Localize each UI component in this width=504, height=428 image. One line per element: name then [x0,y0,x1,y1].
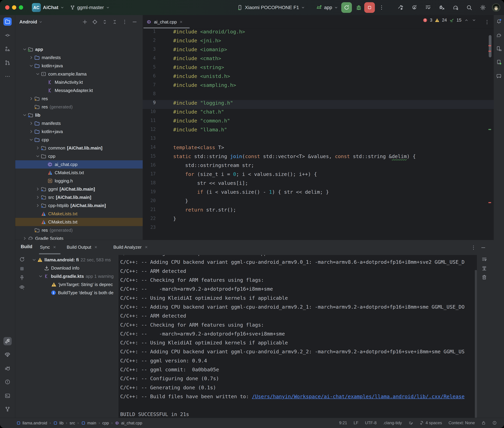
stop-button[interactable] [364,2,375,13]
project-view-selector[interactable]: Android [19,19,43,25]
re-sync-button[interactable] [19,256,25,262]
tree-item-manifests[interactable]: manifests [15,119,143,127]
chevron-right-icon[interactable] [28,55,34,60]
notifications-tool-button[interactable] [495,17,503,25]
tree-item-cmakelists-txt[interactable]: CMakeLists.txt [15,218,143,226]
file-encoding[interactable]: UTF-8 [365,420,376,425]
code-line-2[interactable]: 2#include <jni.h> [143,38,483,47]
code-line-20[interactable]: 20 } [143,198,483,207]
clang-tidy[interactable]: .clang-tidy [383,420,402,425]
console-scrollbar[interactable] [475,270,477,418]
close-tab-icon[interactable] [144,245,148,249]
code-line-6[interactable]: 6#include <unistd.h> [143,73,483,82]
close-window-button[interactable] [5,5,9,10]
tree-item-cpp[interactable]: cpp [15,136,143,144]
build-options-button[interactable] [470,245,476,251]
tree-item-manifests[interactable]: manifests [15,53,143,62]
code-line-19[interactable]: 19 if (i < values.size() - 1) { str << d… [143,189,483,198]
chevron-right-icon[interactable] [35,195,41,200]
tree-item-res[interactable]: res [15,95,143,103]
debug-button[interactable] [355,4,362,11]
zoom-window-button[interactable] [19,5,23,10]
build-tree-item[interactable]: 'jvmTarget: String' is deprec [51,280,113,288]
code-line-15[interactable]: 15static std::string join(const std::vec… [143,153,483,162]
ai-context[interactable]: Context: None [449,420,475,425]
tree-item-messageadapter-kt[interactable]: MessageAdapter.kt [15,86,143,95]
add-button[interactable] [82,19,88,25]
expand-all-button[interactable] [102,19,108,25]
breadcrumb-llama.android[interactable]: llama.android [16,421,47,425]
search-icon[interactable] [466,4,472,11]
code-line-14[interactable]: 14template<class T> [143,145,483,153]
close-tab-icon[interactable] [53,245,56,249]
code-line-4[interactable]: 4#include <cmath> [143,56,483,64]
chevron-down-icon[interactable] [35,154,41,159]
tree-item-com-example-llama[interactable]: com.example.llama [15,70,143,78]
tree-item-kotlin-java[interactable]: kotlin+java [15,127,143,136]
build-tool-button[interactable] [3,337,12,345]
filter-button[interactable] [19,284,25,290]
build-tab-build-output[interactable]: Build Output [66,240,98,254]
tree-item-app[interactable]: app [15,45,143,53]
ide-errors-icon[interactable] [492,421,497,425]
structure-tool-button[interactable] [3,45,12,53]
code-line-17[interactable]: 17 for (size_t i = 0; i < values.size();… [143,171,483,180]
close-tab-icon[interactable] [94,245,98,249]
soft-wrap-button[interactable] [481,256,487,262]
attach-debugger-icon[interactable] [439,4,445,11]
chevron-down-icon[interactable] [35,71,41,77]
code-changes-icon[interactable] [425,4,431,11]
tree-item-cmakelists-txt[interactable]: CMakeLists.txt [15,210,143,218]
code-line-16[interactable]: 16 std::ostringstream str; [143,162,483,171]
chevron-down-icon[interactable] [28,63,34,68]
code-line-1[interactable]: 1#include <android/log.h> [143,29,483,38]
chevron-right-icon[interactable] [35,203,41,208]
chevron-right-icon[interactable] [22,236,28,240]
chevron-right-icon[interactable] [35,187,41,192]
logcat-tool-button[interactable] [3,364,12,372]
code-line-11[interactable]: 11#include "common.h" [143,118,483,127]
app-quality-insights-tool-button[interactable] [3,351,12,359]
previous-problem-icon[interactable] [464,18,469,23]
close-tab-icon[interactable] [179,20,183,24]
minimize-window-button[interactable] [12,5,16,10]
version-control-tool-button[interactable] [3,405,12,413]
build-tab-sync[interactable]: Sync [39,240,57,254]
caret-position[interactable]: 9:21 [339,420,347,425]
tree-item-ai-chat-cpp[interactable]: ai_chat.cpp [15,160,143,169]
code-line-21[interactable]: 21 return str.str(); [143,207,483,216]
chevron-down-icon[interactable] [22,47,28,52]
chevron-down-icon[interactable] [28,137,34,142]
device-manager-tool-button[interactable] [495,45,503,53]
code-line-5[interactable]: 5#include <string> [143,64,483,73]
breadcrumb-cpp[interactable]: cpp [102,421,109,425]
editor-options-button[interactable] [484,19,490,25]
code-line-18[interactable]: 18 str << values[i]; [143,180,483,189]
scroll-to-end-button[interactable] [481,265,487,271]
project-tool-button[interactable] [3,17,12,26]
breadcrumb-main[interactable]: main [81,421,96,425]
breadcrumb-ai_chat.cpp[interactable]: ai_chat.cpp [115,421,142,425]
locate-button[interactable] [92,19,98,25]
code-line-22[interactable]: 22} [143,216,483,225]
build-tree-item[interactable]: BuildType 'debug' is both de [51,288,113,297]
collapse-all-button[interactable] [112,19,118,25]
editor-scrollbar[interactable] [489,35,491,57]
gradle-sync-icon[interactable] [452,4,459,11]
tree-item-cmakelists-txt[interactable]: CMakeLists.txt [15,169,143,177]
user-avatar[interactable] [491,3,501,12]
pin-button[interactable] [19,275,25,281]
code-line-7[interactable]: 7#include <sampling.h> [143,82,483,91]
line-separator[interactable]: LF [354,420,359,425]
tree-item-src[interactable]: src[AiChat.lib.main] [15,193,143,201]
chevron-right-icon[interactable] [28,96,34,101]
tree-item-gradle-scripts[interactable]: Gradle Scripts [15,234,143,240]
indent-setting[interactable]: 4 spaces [419,420,442,425]
tree-item-kotlin-java[interactable]: kotlin+java [15,62,143,70]
error-stripe-mark[interactable] [488,45,491,46]
code-line-12[interactable]: 12#include "llama.h" [143,127,483,136]
apply-changes-icon[interactable] [411,4,417,11]
code-line-8[interactable]: 8 [143,91,483,100]
tree-item-ggml[interactable]: ggml[AiChat.lib.main] [15,185,143,193]
tree-item-res[interactable]: res(generated) [15,103,143,111]
